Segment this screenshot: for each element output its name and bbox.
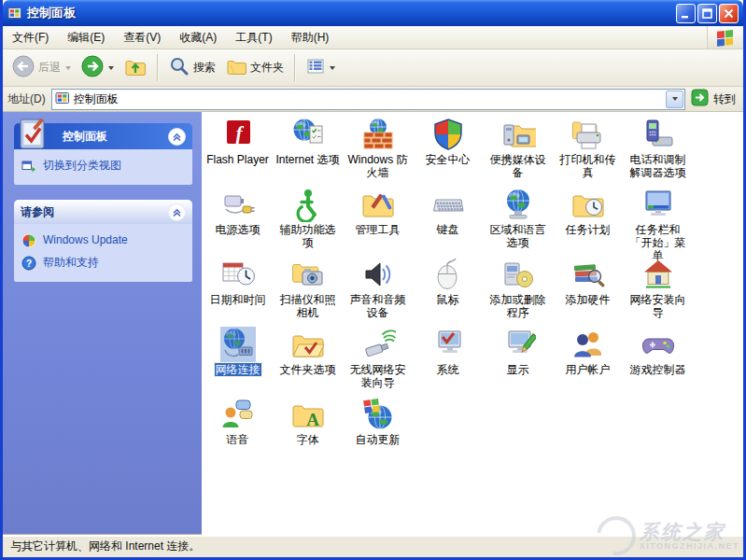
sidebar-item-label: 切换到分类视图 (43, 159, 121, 173)
speech-icon (220, 397, 256, 432)
collapse-chevron-icon[interactable] (168, 203, 186, 221)
applet-flash-player[interactable]: f Flash Player (203, 115, 273, 185)
toolbar-separator (157, 54, 159, 81)
folder-options-icon (290, 327, 326, 362)
applet-taskbar-start-menu[interactable]: 任务栏和「开始」菜单 (623, 185, 693, 255)
internet-options-icon (290, 117, 326, 152)
applet-power-options[interactable]: 电源选项 (203, 185, 273, 255)
applet-date-time[interactable]: 日期和时间 (203, 255, 273, 325)
search-button[interactable]: 搜索 (165, 54, 219, 81)
menu-item-edit[interactable]: 编辑(E) (58, 26, 114, 49)
chevron-down-icon (672, 97, 678, 101)
collapse-chevron-icon[interactable] (168, 128, 186, 146)
applet-fonts[interactable]: A 字体 (273, 395, 343, 465)
address-input[interactable]: 控制面板 (51, 89, 685, 110)
mouse-icon (430, 257, 466, 292)
applet-add-hardware[interactable]: 添加硬件 (553, 255, 623, 325)
folders-label: 文件夹 (250, 60, 284, 76)
folders-button[interactable]: 文件夹 (222, 54, 288, 81)
menu-item-view[interactable]: 查看(V) (114, 26, 170, 49)
applet-phone-modem-options[interactable]: 电话和调制解调器选项 (623, 115, 693, 185)
control-panel-icon (14, 117, 53, 156)
applet-sounds-audio-devices[interactable]: 声音和音频设备 (343, 255, 413, 325)
applet-windows-firewall[interactable]: Windows 防火墙 (343, 115, 413, 185)
applet-network-connections[interactable]: 网络连接 (203, 325, 273, 395)
applet-label: 电源选项 (216, 223, 260, 236)
security-center-icon (430, 117, 466, 152)
taskbar-start-menu-icon (640, 187, 676, 222)
applet-speech[interactable]: 语音 (203, 395, 273, 465)
menu-item-file[interactable]: 文件(F) (3, 26, 58, 49)
minimize-button[interactable] (676, 4, 696, 23)
sidebar-item-help-support[interactable]: ? 帮助和支持 (21, 256, 185, 271)
applet-keyboard[interactable]: 键盘 (413, 185, 483, 255)
applet-add-remove-programs[interactable]: 添加或删除程序 (483, 255, 553, 325)
go-button[interactable]: 转到 (691, 89, 739, 109)
applet-label: 便携媒体设备 (486, 153, 551, 179)
network-setup-wizard-icon (640, 257, 676, 292)
sidebar-panel-control-panel: 控制面板 切换到分类视图 (14, 123, 192, 185)
add-hardware-icon (570, 257, 606, 292)
titlebar[interactable]: 控制面板 (3, 0, 743, 26)
applet-network-setup-wizard[interactable]: 网络安装向导 (623, 255, 693, 325)
main-area: 控制面板 切换到分类视图 请参阅 Windows Update? 帮助和支持 f… (3, 112, 743, 535)
menu-item-favorites[interactable]: 收藏(A) (170, 26, 226, 49)
applet-scanners-cameras[interactable]: 扫描仪和照相机 (273, 255, 343, 325)
close-button[interactable] (719, 4, 739, 23)
sidebar-item-label: 帮助和支持 (43, 256, 99, 270)
applet-internet-options[interactable]: Internet 选项 (273, 115, 343, 185)
forward-dropdown-icon (108, 66, 114, 70)
window-controls (676, 4, 739, 23)
applet-label: 添加或删除程序 (486, 293, 551, 319)
sidebar-item-windows-update[interactable]: Windows Update (21, 233, 185, 248)
sidebar-item-category-view[interactable]: 切换到分类视图 (21, 159, 185, 174)
views-dropdown-icon (330, 66, 335, 70)
forward-icon (81, 55, 104, 80)
flash-player-icon: f (220, 117, 256, 152)
applet-label: 鼠标 (437, 293, 459, 306)
sidebar-panel-body: Windows Update? 帮助和支持 (14, 224, 192, 282)
applet-wireless-network-setup-wizard[interactable]: 无线网络安装向导 (343, 325, 413, 395)
sidebar-panel-header-see-also[interactable]: 请参阅 (14, 200, 192, 224)
help-support-icon: ? (21, 256, 36, 271)
back-icon (12, 55, 35, 80)
applet-label: 辅助功能选项 (275, 223, 341, 249)
windows-update-icon (21, 233, 36, 248)
applet-regional-language-options[interactable]: 区域和语言选项 (483, 185, 553, 255)
applet-security-center[interactable]: 安全中心 (413, 115, 483, 185)
address-dropdown-button[interactable] (666, 91, 683, 108)
toolbar-separator (294, 54, 296, 81)
applet-label: 显示 (507, 363, 529, 376)
applet-scheduled-tasks[interactable]: 任务计划 (553, 185, 623, 255)
applet-accessibility-options[interactable]: 辅助功能选项 (273, 185, 343, 255)
applet-label: 电话和调制解调器选项 (626, 153, 691, 179)
back-button[interactable]: 后退 (8, 53, 75, 82)
up-button[interactable] (120, 53, 150, 82)
applet-printers-faxes[interactable]: 打印机和传真 (553, 115, 623, 185)
applet-label: Flash Player (206, 153, 269, 166)
up-folder-icon (124, 55, 147, 80)
applet-automatic-updates[interactable]: 自动更新 (343, 395, 413, 465)
printers-faxes-icon (570, 117, 606, 152)
menu-item-tools[interactable]: 工具(T) (226, 26, 281, 49)
views-button[interactable] (303, 55, 339, 80)
windows-firewall-icon (360, 117, 396, 152)
back-dropdown-icon (65, 66, 71, 70)
applet-portable-media-devices[interactable]: 便携媒体设备 (483, 115, 553, 185)
applet-game-controllers[interactable]: 游戏控制器 (623, 325, 693, 395)
system-icon (430, 327, 466, 362)
display-icon (500, 327, 536, 362)
applet-mouse[interactable]: 鼠标 (413, 255, 483, 325)
applet-display[interactable]: 显示 (483, 325, 553, 395)
applet-system[interactable]: 系统 (413, 325, 483, 395)
search-label: 搜索 (193, 60, 216, 76)
applet-folder-options[interactable]: 文件夹选项 (273, 325, 343, 395)
menu-item-help[interactable]: 帮助(H) (282, 26, 339, 49)
sounds-audio-devices-icon (360, 257, 396, 292)
applet-user-accounts[interactable]: 用户帐户 (553, 325, 623, 395)
applet-administrative-tools[interactable]: 管理工具 (343, 185, 413, 255)
forward-button[interactable] (77, 53, 118, 82)
maximize-button[interactable] (697, 4, 717, 23)
sidebar-panel-title: 控制面板 (63, 129, 107, 145)
phone-modem-options-icon (640, 117, 676, 152)
